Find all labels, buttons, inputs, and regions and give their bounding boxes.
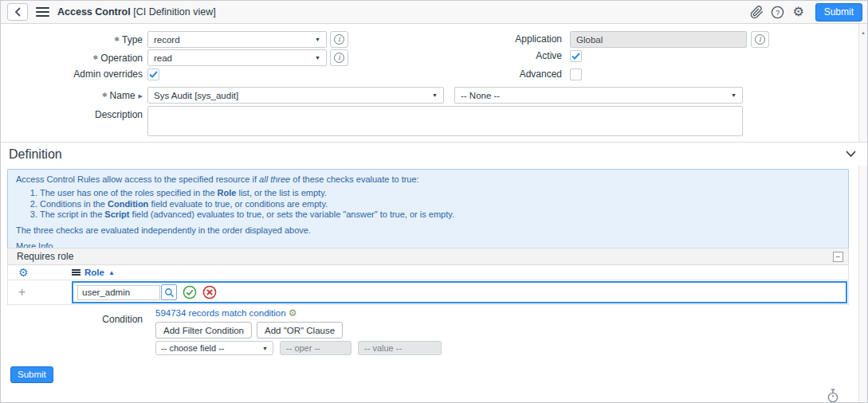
application-value: Global xyxy=(576,35,603,45)
x-circle-icon xyxy=(202,285,217,299)
info-outro: The three checks are evaluated independe… xyxy=(16,225,840,236)
info-check-item: The script in the Script field (advanced… xyxy=(40,209,840,220)
application-info-button[interactable]: i xyxy=(751,31,769,48)
confirm-edit-button[interactable] xyxy=(183,285,197,299)
add-row-icon[interactable]: + xyxy=(18,285,26,299)
info-check-item: Conditions in the Condition field evalua… xyxy=(40,199,840,209)
mandatory-icon: ✱ xyxy=(102,92,108,99)
description-textarea[interactable] xyxy=(147,106,743,136)
table-header-row: ⚙ Role ▲ xyxy=(8,265,848,280)
definition-section-title: Definition xyxy=(9,147,62,162)
type-info-button[interactable]: i xyxy=(330,31,348,48)
form-header-bar: Access Control [CI Definition view] ? ⚙ … xyxy=(1,1,867,24)
mandatory-icon: ✱ xyxy=(93,54,99,61)
page-title: Access Control [CI Definition view] xyxy=(57,6,216,18)
page-title-main: Access Control xyxy=(57,6,131,18)
operation-select[interactable]: read ▼ xyxy=(147,49,327,66)
mandatory-icon: ✱ xyxy=(114,36,120,43)
add-or-clause-button[interactable]: Add "OR" Clause xyxy=(257,322,343,338)
svg-text:?: ? xyxy=(776,7,780,16)
type-label: ✱Type xyxy=(1,31,143,48)
back-button[interactable] xyxy=(7,3,28,21)
type-select-value: record xyxy=(154,35,180,45)
role-lookup-button[interactable] xyxy=(161,284,177,300)
application-label: Application xyxy=(415,31,562,48)
chevron-down-icon: ▼ xyxy=(315,37,320,42)
operation-label: ✱Operation xyxy=(1,49,143,66)
name-select[interactable]: Sys Audit [sys_audit] ▼ xyxy=(147,87,444,104)
definition-section-header[interactable]: Definition xyxy=(1,142,867,166)
chevron-down-icon: ▼ xyxy=(432,92,438,98)
check-icon xyxy=(571,53,580,60)
name-select-value: Sys Audit [sys_audit] xyxy=(154,91,238,100)
advanced-checkbox[interactable] xyxy=(570,68,582,80)
role-input[interactable] xyxy=(77,285,160,300)
access-control-form-page: Access Control [CI Definition view] ? ⚙ … xyxy=(0,0,868,403)
check-circle-icon xyxy=(183,285,197,299)
help-icon: ? xyxy=(771,6,784,19)
name-secondary-select[interactable]: -- None -- ▼ xyxy=(454,87,743,104)
name-label: ✱Name▶ xyxy=(1,87,143,104)
advanced-label: Advanced xyxy=(415,68,562,81)
chevron-left-icon xyxy=(14,7,22,17)
info-icon: i xyxy=(755,34,765,45)
attachment-button[interactable] xyxy=(747,2,768,22)
column-menu-icon[interactable] xyxy=(72,268,81,277)
operation-select-value: read xyxy=(154,53,172,63)
records-match-link[interactable]: 594734 records match condition ⚙ xyxy=(155,308,297,318)
check-icon xyxy=(149,71,158,78)
description-label: Description xyxy=(1,107,143,123)
paperclip-icon xyxy=(750,6,764,19)
type-select[interactable]: record ▼ xyxy=(147,31,327,48)
requires-role-title: Requires role xyxy=(17,251,73,262)
help-button[interactable]: ? xyxy=(768,2,788,22)
role-column-header[interactable]: Role ▲ xyxy=(72,268,115,277)
list-gear-icon[interactable]: ⚙ xyxy=(18,266,29,279)
choose-field-select[interactable]: -- choose field -- ▼ xyxy=(155,341,273,355)
name-secondary-value: -- None -- xyxy=(461,91,500,100)
operation-info-button[interactable]: i xyxy=(330,49,348,66)
role-cell-editor xyxy=(72,281,847,303)
condition-gear-icon[interactable]: ⚙ xyxy=(289,308,297,318)
settings-button[interactable]: ⚙ xyxy=(788,2,809,22)
admin-overrides-label: Admin overrides xyxy=(1,68,143,81)
active-checkbox[interactable] xyxy=(570,50,582,62)
condition-buttons: Add Filter Condition Add "OR" Clause xyxy=(155,322,343,338)
role-column-label: Role xyxy=(84,268,104,277)
header-submit-button[interactable]: Submit xyxy=(815,3,862,22)
active-label: Active xyxy=(415,49,562,63)
requires-role-header: Requires role − xyxy=(7,248,849,265)
chevron-down-icon[interactable] xyxy=(846,151,856,158)
gear-icon: ⚙ xyxy=(792,6,803,18)
search-icon xyxy=(164,288,175,298)
reference-arrow-icon[interactable]: ▶ xyxy=(139,93,143,99)
list-controls-cell: ⚙ xyxy=(8,267,72,279)
add-filter-condition-button[interactable]: Add Filter Condition xyxy=(155,322,252,338)
table-row: + xyxy=(8,280,848,304)
info-check-list: The user has one of the roles specified … xyxy=(16,188,840,220)
choose-field-value: -- choose field -- xyxy=(161,343,224,353)
add-row-cell: + xyxy=(8,286,72,299)
sort-ascending-icon: ▲ xyxy=(108,269,115,276)
context-menu-icon[interactable] xyxy=(36,5,49,19)
info-intro: Access Control Rules allow access to the… xyxy=(16,174,840,185)
info-check-item: The user has one of the roles specified … xyxy=(40,188,840,198)
cancel-edit-button[interactable] xyxy=(202,285,217,299)
condition-label: Condition xyxy=(1,311,143,328)
vertical-scrollbar[interactable]: ▲ xyxy=(858,24,867,402)
requires-role-list: Requires role − ⚙ Role ▲ + xyxy=(7,248,849,305)
scroll-up-icon[interactable]: ▲ xyxy=(861,30,866,402)
info-icon: i xyxy=(334,34,344,45)
application-field: Global xyxy=(570,31,747,48)
collapse-list-button[interactable]: − xyxy=(833,252,843,262)
acl-info-message: Access Control Rules allow access to the… xyxy=(7,169,849,258)
response-time-icon xyxy=(827,388,839,403)
chevron-down-icon: ▼ xyxy=(315,55,320,61)
page-title-view: [CI Definition view] xyxy=(133,6,216,18)
chevron-down-icon: ▼ xyxy=(262,346,268,351)
info-icon: i xyxy=(334,53,344,63)
chevron-down-icon: ▼ xyxy=(731,92,736,98)
operator-select-disabled: -- oper -- xyxy=(280,341,352,355)
footer-submit-button[interactable]: Submit xyxy=(10,366,53,383)
admin-overrides-checkbox[interactable] xyxy=(147,68,159,80)
